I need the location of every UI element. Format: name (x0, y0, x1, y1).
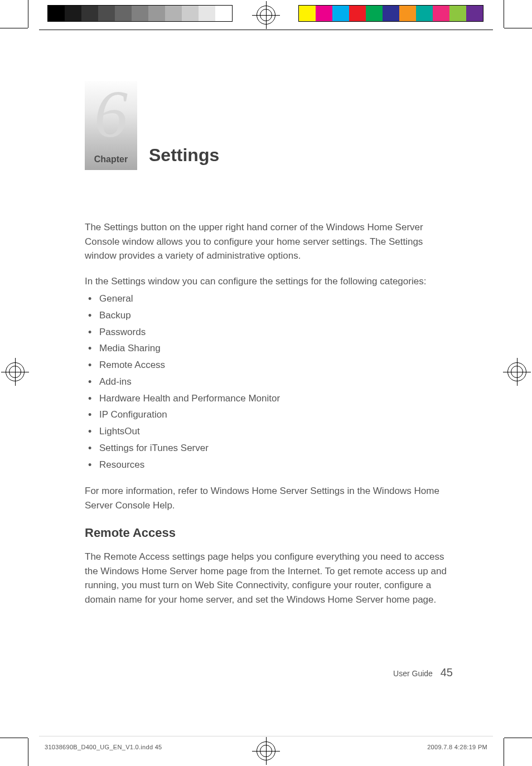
calibration-swatch (215, 6, 232, 21)
calibration-swatch (98, 6, 115, 21)
list-item: Hardware Health and Performance Monitor (85, 390, 453, 407)
list-item: Passwords (85, 324, 453, 341)
calibration-swatch (182, 6, 199, 21)
calibration-swatch (433, 6, 449, 21)
calibration-swatch (449, 6, 466, 21)
calibration-swatch (316, 6, 332, 21)
crop-mark (28, 738, 28, 766)
slug-timestamp: 2009.7.8 4:28:19 PM (427, 744, 487, 750)
calibration-swatch (199, 6, 215, 21)
crop-mark (504, 738, 504, 766)
crop-mark (0, 28, 28, 28)
intro-paragraph: The Settings button on the upper right h… (85, 220, 453, 263)
page-content: 6 Chapter Settings The Settings button o… (85, 81, 453, 170)
calibration-swatch (349, 6, 366, 21)
calibration-swatch (65, 6, 81, 21)
calibration-swatch (399, 6, 416, 21)
chapter-label: Chapter (94, 154, 128, 164)
footer-page-number: 45 (441, 666, 453, 678)
list-item: Settings for iTunes Server (85, 440, 453, 457)
calibration-swatch (466, 6, 483, 21)
trim-rule (39, 736, 493, 736)
crop-mark (0, 738, 28, 738)
crop-mark (504, 0, 504, 28)
registration-mark-icon (257, 741, 275, 760)
list-item: Remote Access (85, 357, 453, 374)
more-info-paragraph: For more information, refer to Windows H… (85, 484, 453, 512)
chapter-number: 6 (85, 81, 137, 148)
list-item: Media Sharing (85, 340, 453, 357)
page-footer: User Guide 45 (85, 666, 453, 679)
registration-mark-icon (257, 6, 275, 25)
calibration-swatch (299, 6, 316, 21)
chapter-title: Settings (149, 145, 219, 166)
list-item: General (85, 290, 453, 307)
list-item: Resources (85, 457, 453, 473)
color-calibration-bar (298, 5, 483, 22)
section-heading: Remote Access (85, 523, 453, 542)
calibration-swatch (165, 6, 182, 21)
calibration-swatch (416, 6, 433, 21)
categories-lead-in: In the Settings window you can configure… (85, 274, 453, 289)
calibration-swatch (148, 6, 165, 21)
slug-filename: 31038690B_D400_UG_EN_V1.0.indd 45 (45, 744, 162, 750)
calibration-swatch (332, 6, 349, 21)
body-text: The Settings button on the upper right h… (85, 220, 453, 618)
chapter-badge: 6 Chapter (85, 81, 137, 170)
categories-list: GeneralBackupPasswordsMedia SharingRemot… (85, 290, 453, 473)
list-item: IP Configuration (85, 406, 453, 423)
registration-mark-icon (507, 362, 526, 381)
calibration-swatch (48, 6, 65, 21)
list-item: Add-ins (85, 374, 453, 390)
list-item: LightsOut (85, 423, 453, 440)
print-page: 6 Chapter Settings The Settings button o… (0, 0, 532, 766)
registration-mark-icon (6, 362, 25, 381)
calibration-swatch (81, 6, 98, 21)
calibration-swatch (366, 6, 383, 21)
calibration-swatch (115, 6, 132, 21)
calibration-swatch (383, 6, 399, 21)
section-paragraph: The Remote Access settings page helps yo… (85, 550, 453, 607)
list-item: Backup (85, 307, 453, 324)
crop-mark (504, 28, 532, 28)
grayscale-calibration-bar (47, 5, 233, 22)
crop-mark (28, 0, 28, 28)
calibration-swatch (132, 6, 148, 21)
trim-rule (39, 30, 493, 30)
crop-mark (504, 738, 532, 738)
footer-doc-label: User Guide (393, 669, 433, 678)
